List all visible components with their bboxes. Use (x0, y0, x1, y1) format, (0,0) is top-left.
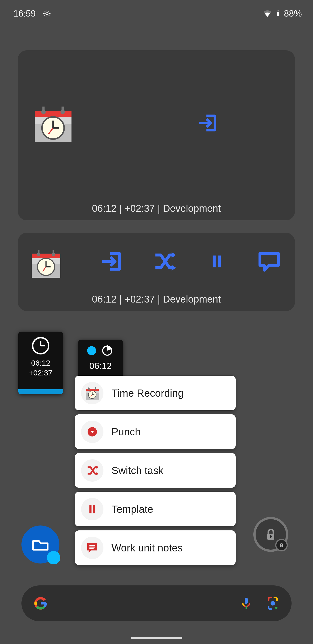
compact-widget-time: 06:12 (78, 361, 123, 371)
status-bar: 16:59 88% (0, 0, 313, 27)
voice-search-icon[interactable] (238, 596, 254, 611)
clock-icon (31, 336, 51, 356)
template-icon (81, 498, 103, 520)
google-logo-icon (32, 595, 49, 612)
time-recording-app-icon (32, 249, 60, 278)
check-in-icon[interactable] (197, 112, 219, 134)
shortcut-label: Switch task (111, 464, 164, 476)
mini-widget-progress (18, 389, 63, 394)
check-in-button[interactable] (99, 249, 124, 274)
app-badge-icon (47, 551, 60, 564)
mini-widget-delta: +02:37 (18, 368, 63, 378)
app-shortcut-menu: Time Recording Punch Switch task Templat… (75, 376, 236, 565)
files-app-icon[interactable] (21, 526, 59, 564)
shortcut-label: Time Recording (111, 387, 184, 399)
notes-icon (81, 537, 103, 559)
brightness-icon (42, 9, 51, 18)
shortcut-label: Work unit notes (111, 542, 183, 554)
folder-icon (30, 534, 50, 554)
google-search-bar[interactable] (21, 586, 292, 621)
punch-icon (81, 420, 103, 443)
shortcut-label: Template (111, 503, 153, 515)
time-recording-app-icon (35, 105, 71, 142)
wifi-icon (263, 8, 272, 18)
google-lens-icon[interactable] (265, 595, 281, 611)
shortcut-switch-task[interactable]: Switch task (75, 453, 236, 488)
widget-mid-status: 06:12 | +02:37 | Development (18, 294, 295, 305)
shortcut-work-unit-notes[interactable]: Work unit notes (75, 530, 236, 565)
time-recording-widget-large[interactable]: 06:12 | +02:37 | Development (18, 50, 295, 220)
notes-button[interactable] (257, 249, 282, 274)
shortcut-template[interactable]: Template (75, 492, 236, 526)
shortcut-label: Punch (111, 426, 141, 438)
widget-large-status: 06:12 | +02:37 | Development (18, 203, 295, 214)
pie-icon (100, 344, 114, 357)
battery-icon (275, 8, 282, 19)
battery-percent: 88% (284, 8, 302, 18)
shortcut-punch[interactable]: Punch (75, 414, 236, 449)
lock-badge-icon (275, 539, 288, 552)
time-recording-widget-toolbar[interactable]: 06:12 | +02:37 | Development (18, 233, 295, 311)
mini-widget-time: 06:12 (18, 358, 63, 368)
status-dot-icon (87, 346, 96, 355)
switch-task-button[interactable] (152, 249, 177, 274)
lock-app-icon[interactable] (253, 517, 288, 552)
navigation-handle[interactable] (131, 637, 182, 639)
time-recording-widget-small[interactable]: 06:12 +02:37 (18, 332, 63, 394)
status-time: 16:59 (13, 8, 36, 18)
switch-task-icon (81, 459, 103, 482)
pause-button[interactable] (204, 249, 229, 274)
time-recording-app-icon (81, 382, 103, 404)
shortcut-time-recording[interactable]: Time Recording (75, 376, 236, 410)
time-recording-widget-compact[interactable]: 06:12 (78, 340, 123, 380)
